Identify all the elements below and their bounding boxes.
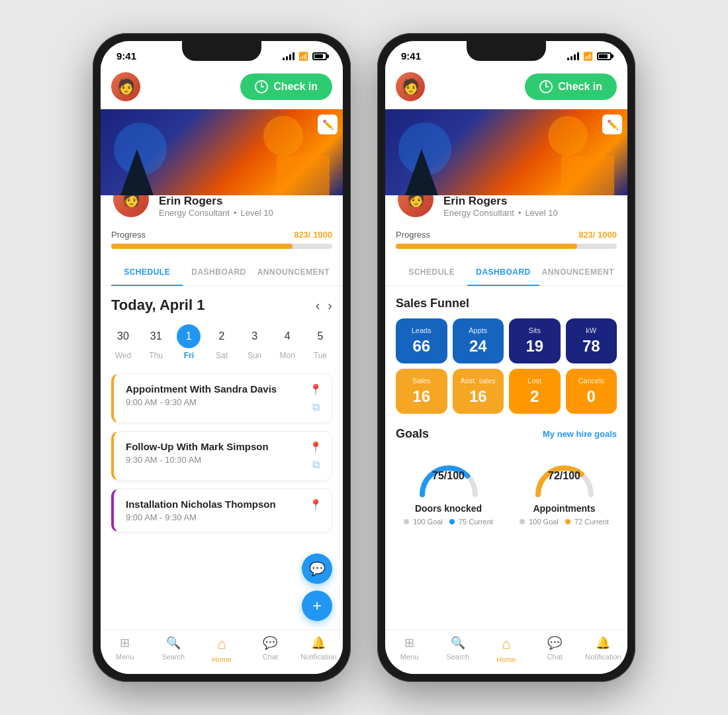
funnel-value-cancels: 0 — [571, 387, 612, 406]
funnel-sits[interactable]: Sits 19 — [509, 318, 561, 363]
funnel-leads[interactable]: Leads 66 — [396, 318, 447, 363]
search-icon-2: 🔍 — [451, 636, 465, 650]
cal-day-2[interactable]: 2 Sat — [210, 324, 234, 360]
appt-card-1[interactable]: Appointment With Sandra Davis 9:00 AM - … — [111, 373, 332, 423]
cal-label-sat: Sat — [216, 351, 228, 360]
funnel-cancels[interactable]: Cancels 0 — [566, 369, 617, 414]
status-icons-1: 📶 — [283, 52, 327, 61]
bottom-nav-1: ⊞ Menu 🔍 Search ⌂ Home 💬 Chat 🔔 Not — [101, 630, 343, 674]
tab-schedule-1[interactable]: SCHEDULE — [111, 260, 183, 286]
funnel-label-sales: Sales — [401, 377, 442, 385]
appt-card-2[interactable]: Follow-Up With Mark Simpson 9:30 AM - 10… — [111, 431, 332, 481]
funnel-kw[interactable]: kW 78 — [566, 318, 617, 363]
appt-card-3[interactable]: Installation Nicholas Thompson 9:00 AM -… — [111, 489, 332, 532]
banner-tree-2 — [405, 149, 438, 195]
cal-day-5[interactable]: 5 Tue — [308, 324, 332, 360]
goal-appointments: 72/100 Appointments 100 Goal 72 — [512, 452, 617, 526]
profile-banner-2: ✏️ — [385, 109, 627, 195]
avatar-2[interactable]: 🧑 — [396, 72, 425, 101]
copy-icon-2[interactable]: ⧉ — [312, 459, 320, 471]
nav-arrows-1: ‹ › — [316, 298, 332, 313]
funnel-value-sits: 19 — [514, 337, 555, 356]
nav-search-1[interactable]: 🔍 Search — [149, 636, 197, 663]
nav-menu-1[interactable]: ⊞ Menu — [101, 636, 149, 663]
funnel-label-leads: Leads — [401, 326, 442, 334]
phone-screen-2: 9:41 📶 🧑 — [385, 41, 627, 674]
funnel-grid-bottom: Sales 16 Asst. sales 16 Lost 2 Cancels — [396, 369, 617, 414]
banner-art-1 — [101, 109, 343, 195]
prev-arrow-1[interactable]: ‹ — [316, 298, 320, 313]
schedule-content-1: Today, April 1 ‹ › 30 Wed 31 — [101, 286, 343, 551]
notch-1 — [182, 41, 261, 61]
appt-time-3: 9:00 AM - 9:30 AM — [126, 512, 276, 522]
tab-schedule-2[interactable]: SCHEDULE — [396, 260, 467, 286]
wifi-icon-1: 📶 — [298, 52, 308, 61]
gauge-value-appts: 72/100 — [548, 470, 580, 482]
appt-info-1: Appointment With Sandra Davis 9:00 AM - … — [126, 383, 277, 407]
battery-icon-2 — [597, 52, 612, 60]
funnel-sales[interactable]: Sales 16 — [396, 369, 447, 414]
nav-search-2[interactable]: 🔍 Search — [433, 636, 482, 663]
chat-fab-1[interactable]: 💬 — [302, 553, 332, 584]
appt-time-2: 9:30 AM - 10:30 AM — [126, 455, 269, 465]
nav-chat-1[interactable]: 💬 Chat — [246, 636, 295, 663]
status-icons-2: 📶 — [567, 52, 612, 61]
cal-day-3[interactable]: 3 Sun — [243, 324, 267, 360]
progress-value-2: 823/ 1000 — [578, 230, 617, 240]
tab-announcement-1[interactable]: ANNOUNCEMENT — [255, 260, 332, 286]
copy-icon-1[interactable]: ⧉ — [312, 401, 320, 413]
appt-title-2: Follow-Up With Mark Simpson — [126, 441, 269, 452]
banner-tree-1 — [120, 149, 154, 195]
clock-icon-1 — [255, 80, 268, 93]
goals-link[interactable]: My new hire goals — [543, 429, 617, 439]
cal-day-31[interactable]: 31 Thu — [144, 324, 168, 360]
profile-name-1: Erin Rogers — [159, 195, 273, 208]
avatar-face-2: 🧑 — [396, 72, 425, 101]
add-fab-1[interactable]: + — [302, 591, 332, 621]
funnel-appts[interactable]: Appts 24 — [453, 318, 504, 363]
goal-legend-current-appts: 72 Current — [565, 518, 609, 526]
nav-notification-1[interactable]: 🔔 Notification — [295, 636, 343, 663]
next-arrow-1[interactable]: › — [328, 298, 332, 313]
nav-chat-2[interactable]: 💬 Chat — [531, 636, 579, 663]
goal-legend-goal-doors: 100 Goal — [404, 518, 443, 526]
progress-label-2: Progress — [396, 230, 430, 240]
map-pin-icon-3[interactable]: 📍 — [309, 499, 322, 511]
edit-banner-button-2[interactable]: ✏️ — [602, 115, 622, 134]
funnel-value-kw: 78 — [571, 337, 612, 356]
nav-home-1[interactable]: ⌂ Home — [197, 636, 246, 663]
tab-dashboard-1[interactable]: DASHBOARD — [183, 260, 254, 286]
signal-icon-1 — [283, 52, 295, 60]
funnel-asst-sales[interactable]: Asst. sales 16 — [453, 369, 504, 414]
banner-building-2 — [561, 156, 614, 195]
cal-label-fri: Fri — [184, 351, 194, 360]
tab-announcement-2[interactable]: ANNOUNCEMENT — [539, 260, 617, 286]
app-header-1: 🧑 Check in — [101, 67, 343, 109]
cal-day-1[interactable]: 1 Fri — [177, 324, 201, 360]
goals-grid: 75/100 Doors knocked 100 Goal 7 — [396, 452, 617, 526]
nav-label-home-1: Home — [212, 655, 231, 663]
avatar-1[interactable]: 🧑 — [111, 72, 140, 101]
funnel-label-sits: Sits — [514, 326, 555, 334]
search-icon-1: 🔍 — [166, 636, 181, 650]
progress-section-1: Progress 823/ 1000 — [101, 227, 343, 260]
checkin-button-1[interactable]: Check in — [240, 73, 332, 100]
map-pin-icon-2[interactable]: 📍 — [309, 441, 322, 453]
cal-day-4[interactable]: 4 Mon — [275, 324, 299, 360]
goal-legend-current-doors: 75 Current — [449, 518, 493, 526]
status-bar-1: 9:41 📶 — [101, 41, 343, 67]
profile-level-1: Level 10 — [241, 208, 273, 218]
edit-banner-button-1[interactable]: ✏️ — [318, 115, 338, 134]
map-pin-icon-1[interactable]: 📍 — [309, 383, 322, 396]
appt-info-2: Follow-Up With Mark Simpson 9:30 AM - 10… — [126, 441, 269, 465]
signal-icon-2 — [567, 52, 579, 60]
goal-legend-appts: 100 Goal 72 Current — [512, 518, 617, 526]
nav-home-2[interactable]: ⌂ Home — [482, 636, 530, 663]
nav-menu-2[interactable]: ⊞ Menu — [385, 636, 433, 663]
nav-notification-2[interactable]: 🔔 Notification — [579, 636, 627, 663]
tab-dashboard-2[interactable]: DASHBOARD — [467, 260, 539, 286]
funnel-lost[interactable]: Lost 2 — [509, 369, 561, 414]
scroll-content-1: 🧑 Check in ✏️ — [101, 67, 343, 630]
cal-day-30[interactable]: 30 Wed — [111, 324, 135, 360]
checkin-button-2[interactable]: Check in — [525, 73, 617, 100]
